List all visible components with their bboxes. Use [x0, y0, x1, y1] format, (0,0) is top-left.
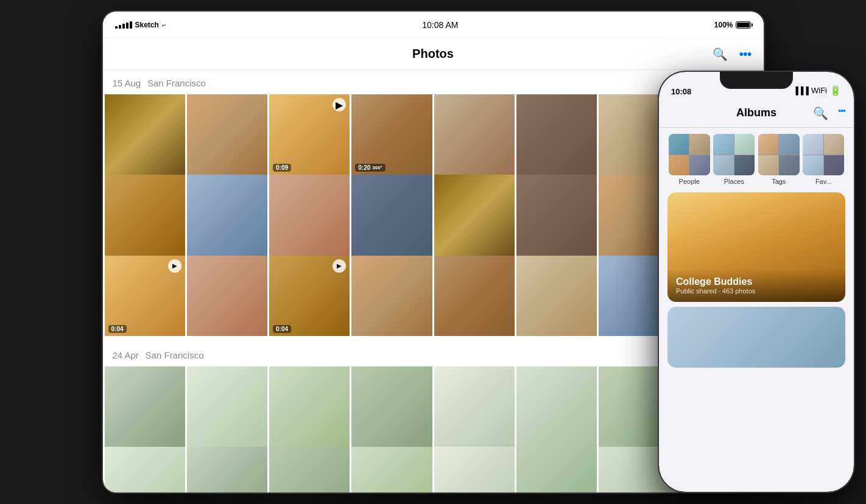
photo-cell[interactable] [434, 175, 515, 255]
phone-nav-actions[interactable]: 🔍 ••• [813, 106, 845, 121]
album-thumb-tags [758, 134, 800, 175]
photo-cell[interactable] [269, 366, 350, 447]
photo-cell[interactable] [187, 447, 267, 492]
tablet-nav-actions[interactable]: 🔍 ••• [713, 46, 751, 62]
photo-cell[interactable]: 0:09 ▶ [269, 94, 350, 175]
search-icon[interactable]: 🔍 [713, 47, 728, 61]
photo-cell[interactable] [434, 256, 515, 336]
wifi-icon: ⌐ [162, 21, 166, 29]
phone-status-right: ▐▐▐ WiFi 🔋 [793, 85, 842, 96]
play-icon: ▶ [333, 98, 346, 111]
photo-cell[interactable] [516, 94, 597, 175]
video-badge: 0:04 [108, 325, 127, 333]
phone-albums-row: People Places Tags [659, 128, 854, 190]
photo-cell[interactable] [269, 175, 350, 255]
tablet-status-right: 100% [714, 21, 752, 29]
photo-cell[interactable] [351, 447, 432, 492]
photo-cell[interactable] [516, 175, 597, 255]
phone-wifi-icon: WiFi [811, 86, 827, 95]
photo-cell[interactable]: 0:04 ▶ [269, 256, 350, 336]
battery-fill [737, 23, 750, 27]
photo-cell[interactable] [187, 94, 267, 175]
album-thumb-fav [803, 134, 844, 175]
album-thumb-people [669, 134, 710, 175]
featured-album-subtitle: Public shared · 463 photos [676, 287, 837, 295]
photos-title: Photos [412, 47, 454, 61]
photo-cell[interactable] [105, 175, 185, 255]
carrier-label: Sketch [135, 21, 159, 29]
featured-album-title: College Buddies [676, 276, 837, 287]
photo-cell[interactable] [105, 94, 185, 175]
tablet-status-left: Sketch ⌐ [115, 21, 166, 29]
phone-device: 10:08 ▐▐▐ WiFi 🔋 Albums 🔍 ••• [659, 72, 854, 492]
featured-album[interactable]: College Buddies Public shared · 463 phot… [667, 192, 845, 302]
second-album-bg [667, 307, 845, 368]
battery-percent: 100% [714, 21, 733, 29]
photo-cell[interactable] [516, 366, 597, 447]
photo-cell[interactable] [187, 256, 267, 336]
photo-cell[interactable] [434, 447, 515, 492]
phone-battery-icon: 🔋 [829, 85, 842, 96]
phone-signal-icon: ▐▐▐ [793, 86, 809, 95]
second-album[interactable] [667, 307, 845, 368]
album-item-tags[interactable]: Tags [757, 134, 801, 185]
phone-nav: Albums 🔍 ••• [659, 99, 854, 128]
photo-cell[interactable] [105, 366, 185, 447]
photo-cell[interactable] [269, 447, 350, 492]
date-label-apr: 24 Apr San Francisco [113, 349, 754, 362]
photo-cell[interactable]: 0:20360° [351, 94, 432, 175]
album-label-people: People [679, 178, 700, 185]
photo-cell[interactable] [516, 256, 597, 336]
photo-cell[interactable]: 0:04 ▶ [105, 256, 185, 336]
more-icon[interactable]: ••• [739, 46, 751, 62]
photo-cell[interactable] [434, 94, 515, 175]
album-item-places[interactable]: Places [713, 134, 756, 185]
photo-cell[interactable] [434, 366, 515, 447]
photo-cell[interactable] [187, 175, 267, 255]
album-item-people[interactable]: People [667, 134, 711, 185]
photo-cell[interactable] [187, 366, 267, 447]
signal-dots [115, 21, 132, 29]
date-label-aug: 15 Aug San Francisco [113, 77, 754, 89]
phone-screen: 10:08 ▐▐▐ WiFi 🔋 Albums 🔍 ••• [659, 72, 854, 492]
album-item-fav[interactable]: Fav... [802, 134, 846, 185]
play-icon: ▶ [333, 259, 346, 273]
featured-album-overlay: College Buddies Public shared · 463 phot… [667, 269, 845, 302]
phone-notch [720, 72, 793, 89]
photo-cell[interactable] [516, 447, 597, 492]
album-label-tags: Tags [772, 178, 786, 185]
album-label-places: Places [724, 178, 744, 185]
phone-time: 10:08 [671, 87, 691, 96]
photo-cell[interactable] [351, 256, 432, 336]
video-badge: 0:04 [273, 325, 291, 333]
battery-bar [736, 21, 751, 29]
tablet-status-bar: Sketch ⌐ 10:08 AM 100% [103, 12, 764, 38]
photo-cell[interactable] [105, 447, 185, 492]
phone-search-icon[interactable]: 🔍 [813, 106, 828, 121]
photo-cell[interactable] [351, 366, 432, 447]
tablet-time: 10:08 AM [422, 20, 458, 30]
phone-more-icon[interactable]: ••• [838, 106, 845, 121]
album-thumb-places [713, 134, 755, 175]
albums-title: Albums [736, 107, 776, 119]
tablet-nav: Photos 🔍 ••• [103, 38, 764, 70]
play-icon: ▶ [168, 259, 181, 273]
video-badge: 0:20360° [355, 164, 385, 172]
album-label-fav: Fav... [815, 178, 832, 185]
video-badge: 0:09 [273, 164, 291, 172]
photo-cell[interactable] [351, 175, 432, 255]
